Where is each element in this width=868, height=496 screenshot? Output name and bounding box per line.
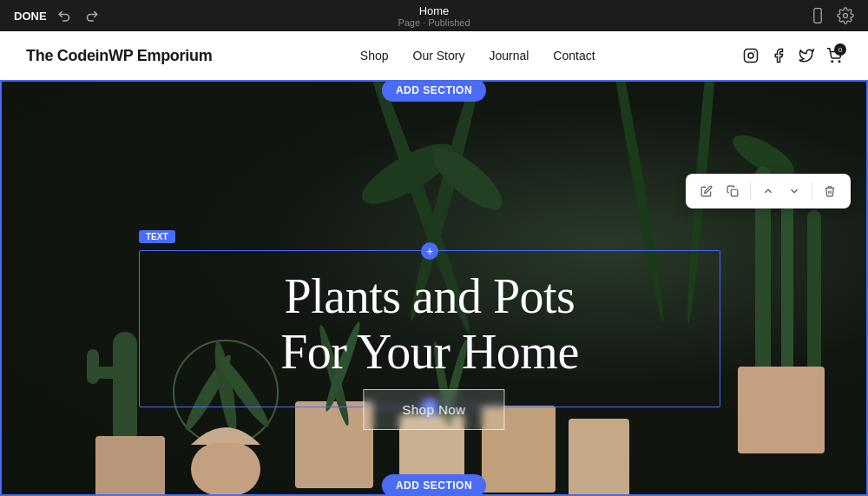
add-above-button[interactable]: + — [421, 242, 438, 260]
nav-link-contact[interactable]: Contact — [553, 49, 595, 63]
text-content-box: TEXT + Plants and Pots For Your Home + — [139, 228, 720, 407]
nav-link-shop[interactable]: Shop — [360, 49, 389, 63]
toolbar-right — [809, 7, 854, 24]
move-down-button[interactable] — [782, 179, 806, 203]
toolbar-divider — [750, 182, 751, 200]
svg-point-4 — [748, 53, 753, 58]
undo-button[interactable] — [57, 8, 73, 23]
duplicate-button[interactable] — [720, 179, 745, 203]
text-label-badge: TEXT — [139, 230, 175, 243]
cart-badge: 0 — [834, 43, 846, 56]
nav-social: 0 — [743, 48, 842, 63]
add-section-top[interactable]: ADD SECTION — [382, 80, 486, 102]
toolbar-title: Home — [398, 4, 470, 17]
edit-button[interactable] — [694, 179, 719, 203]
mobile-preview-button[interactable] — [809, 7, 826, 24]
svg-point-2 — [844, 14, 848, 18]
twitter-icon[interactable] — [799, 48, 814, 63]
nav-bar: The CodeinWP Emporium Shop Our Story Jou… — [0, 31, 868, 80]
toolbar-center: Home Page · Published — [398, 4, 470, 28]
delete-button[interactable] — [818, 179, 842, 203]
nav-links: Shop Our Story Journal Contact — [360, 49, 595, 63]
hero-section: ADD SECTION — [0, 80, 868, 496]
move-up-button[interactable] — [756, 179, 780, 203]
add-section-top-button[interactable]: ADD SECTION — [382, 80, 486, 102]
toolbar-left: DONE — [14, 8, 99, 23]
settings-button[interactable] — [837, 7, 854, 24]
shop-now-button[interactable]: Shop Now — [363, 389, 504, 430]
svg-rect-0 — [814, 9, 821, 23]
svg-rect-3 — [744, 50, 757, 63]
cart-icon[interactable]: 0 — [826, 48, 842, 63]
done-button[interactable]: DONE — [14, 10, 47, 23]
hero-title-line2: For Your Home — [280, 325, 579, 379]
hero-title-line1: Plants and Pots — [285, 269, 575, 323]
plus-top[interactable]: + — [421, 242, 438, 260]
text-box-border: + Plants and Pots For Your Home + — [139, 250, 720, 407]
top-toolbar: DONE Home Page · Published — [0, 0, 868, 31]
add-section-bottom-button[interactable]: ADD SECTION — [382, 474, 486, 496]
floating-toolbar — [686, 174, 851, 208]
svg-point-5 — [753, 51, 755, 53]
nav-link-our-story[interactable]: Our Story — [413, 49, 465, 63]
facebook-icon[interactable] — [771, 48, 786, 63]
svg-point-7 — [838, 61, 840, 63]
site-logo: The CodeinWP Emporium — [26, 47, 212, 65]
add-section-bottom[interactable]: ADD SECTION — [382, 474, 486, 496]
instagram-icon[interactable] — [743, 48, 759, 63]
svg-rect-36 — [731, 189, 738, 196]
svg-point-6 — [832, 61, 833, 63]
redo-button[interactable] — [83, 8, 99, 23]
toolbar-divider-2 — [812, 182, 812, 200]
toolbar-subtitle: Page · Published — [398, 17, 470, 28]
hero-title: Plants and Pots For Your Home — [166, 268, 694, 380]
nav-link-journal[interactable]: Journal — [489, 49, 529, 63]
